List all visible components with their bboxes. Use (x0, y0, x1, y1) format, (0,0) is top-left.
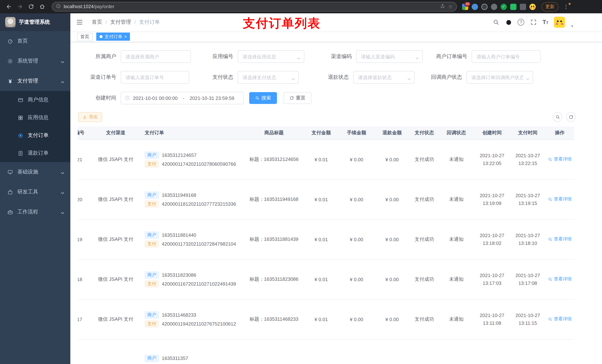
view-detail-link[interactable]: 查看详情 (548, 236, 572, 242)
sidebar-collapse-icon[interactable] (76, 19, 83, 26)
sidebar-item-home[interactable]: 首页 (0, 31, 70, 51)
app-logo[interactable]: 芋道管理系统 (0, 13, 70, 31)
sidebar-item-app-info[interactable]: 应用信息 (0, 109, 70, 126)
date-end[interactable]: 2021-10-31 23:59:59 (190, 95, 234, 101)
font-size-icon[interactable]: TT (542, 19, 548, 26)
site-info-icon[interactable] (56, 3, 61, 10)
close-icon[interactable]: × (124, 34, 127, 39)
breadcrumb-separator: / (106, 19, 107, 25)
col-pay-order: 支付订单 (142, 126, 244, 139)
view-detail-link[interactable]: 查看详情 (548, 196, 572, 203)
magnifier-icon (548, 277, 552, 281)
toggle-search-icon-button[interactable] (553, 112, 562, 122)
view-detail-link[interactable]: 查看详情 (548, 316, 572, 322)
cell-actions: 查看详情 (545, 179, 574, 219)
user-menu-caret-icon[interactable]: ▼ (570, 24, 574, 28)
extension-icon-colorful[interactable]: 10 (462, 3, 468, 10)
browser-back-button[interactable] (4, 1, 14, 12)
sidebar-item-system[interactable]: 系统管理 (0, 51, 70, 71)
browser-reload-button[interactable] (26, 1, 36, 12)
cell-paid: 2021-10-2713:17:08 (510, 259, 545, 299)
sidebar-item-label: 支付管理 (17, 78, 38, 84)
reset-button[interactable]: 重置 (284, 92, 311, 104)
merchant-order-no-input[interactable] (472, 51, 540, 62)
date-separator: - (181, 95, 187, 101)
cell-status (410, 339, 439, 364)
filter-notify-status: 回调商户状态 (424, 71, 533, 83)
notify-status-select[interactable] (467, 71, 533, 83)
pay-no: 4200001181202110277723215336 (162, 201, 236, 207)
merchant-no: 1635311357 (162, 355, 188, 361)
col-fee: 手续金额 (339, 126, 374, 139)
pay-tag: 支付 (145, 320, 159, 327)
sidebar-item-workflow[interactable]: 工作流程 (0, 202, 70, 222)
export-button[interactable]: 导出 (78, 112, 102, 122)
merchant-input[interactable] (121, 51, 191, 62)
refresh-icon (290, 96, 294, 100)
breadcrumb-item[interactable]: 支付管理 (110, 19, 131, 26)
tab-home[interactable]: 首页 (77, 33, 93, 41)
github-icon[interactable] (505, 19, 512, 26)
toolbox-icon (7, 189, 13, 195)
sidebar-item-merchant-info[interactable]: 商户信息 (0, 91, 70, 109)
extension-icon-green-square[interactable] (510, 3, 516, 10)
view-detail-link[interactable]: 查看详情 (548, 156, 572, 163)
extension-icon-blue[interactable] (472, 3, 478, 10)
table-row: 商户 1635311357 (78, 339, 574, 364)
sidebar-item-infra[interactable]: 基础设施 (0, 162, 70, 182)
filter-label: 所属商户 (85, 53, 116, 60)
pay-no: 4200001174202110278060590766 (162, 161, 236, 167)
date-range-picker[interactable]: 2021-10-01 00:00:00 - 2021-10-31 23:59:5… (121, 92, 244, 104)
breadcrumb-item[interactable]: 首页 (92, 19, 102, 26)
pin-icon[interactable] (520, 3, 526, 10)
search-icon[interactable] (492, 19, 499, 26)
refund-status-select[interactable] (354, 71, 414, 83)
table-refresh-icon-button[interactable] (566, 112, 576, 122)
pay-status-select[interactable] (238, 71, 298, 83)
cell-title: 标题：1635311949168 (244, 179, 304, 219)
cell-pay-order: 商户 1635311468233 支付 42000011942021102767… (142, 299, 244, 339)
search-button[interactable]: 搜索 (249, 92, 277, 104)
extension-icon-dark-ring[interactable] (481, 3, 488, 10)
cell-created: 2021-10-2713:19:09 (474, 179, 510, 219)
magnifier-icon (548, 157, 552, 162)
browser-menu-icon[interactable]: ⋮ (562, 4, 570, 10)
channel-order-no-input[interactable] (121, 71, 189, 83)
address-bar[interactable]: localhost:1024/pay/order ☆ (52, 2, 457, 11)
cell-actions: 查看详情 (545, 299, 574, 339)
browser-update-button[interactable]: 更新 (542, 2, 558, 11)
col-amount: 支付金额 (304, 126, 339, 139)
sidebar-item-dev-tools[interactable]: 研发工具 (0, 182, 70, 202)
cell-id: 19 (78, 219, 89, 259)
browser-home-button[interactable] (37, 1, 47, 12)
cell-fee: ¥ 0.00 (339, 299, 374, 339)
cell-channel: 微信 JSAPI 支付 (89, 139, 142, 179)
share-icon[interactable] (441, 3, 445, 10)
tab-label: 支付订单 (105, 33, 122, 40)
browser-forward-button[interactable] (15, 1, 25, 12)
col-actions: 操作 (545, 126, 574, 139)
extension-icon-green-check[interactable]: ✓ (501, 3, 507, 10)
app-no-select[interactable] (238, 51, 304, 62)
sidebar-item-label: 首页 (17, 38, 28, 44)
cell-amount: ¥ 0.01 (304, 179, 339, 219)
sidebar-item-refund-order[interactable]: 退款订单 (0, 144, 70, 162)
user-avatar[interactable] (554, 17, 565, 28)
sidebar-item-payment[interactable]: ¥ 支付管理 (0, 71, 70, 91)
url-text[interactable]: localhost:1024/pay/order (64, 4, 114, 9)
filter-app-no: 应用编号 (202, 50, 304, 63)
help-icon[interactable]: ? (517, 19, 524, 26)
profile-avatar-icon[interactable] (529, 3, 536, 10)
sidebar-item-pay-order[interactable]: 支付订单 (0, 126, 70, 144)
cell-refund: ¥ 0.00 (374, 299, 410, 339)
topbar-actions: ? TT ▼ (492, 13, 574, 31)
cell-fee: ¥ 0.00 (339, 219, 374, 259)
extension-icon-gray[interactable] (491, 3, 497, 10)
fullscreen-icon[interactable] (530, 19, 537, 26)
tab-pay-order[interactable]: 支付订单× (97, 32, 130, 41)
bookmark-star-icon[interactable]: ☆ (448, 4, 453, 9)
date-start[interactable]: 2021-10-01 00:00:00 (133, 95, 178, 101)
channel-code-select[interactable] (356, 51, 422, 62)
view-detail-link[interactable]: 查看详情 (548, 276, 572, 282)
magnifier-icon (548, 317, 552, 322)
